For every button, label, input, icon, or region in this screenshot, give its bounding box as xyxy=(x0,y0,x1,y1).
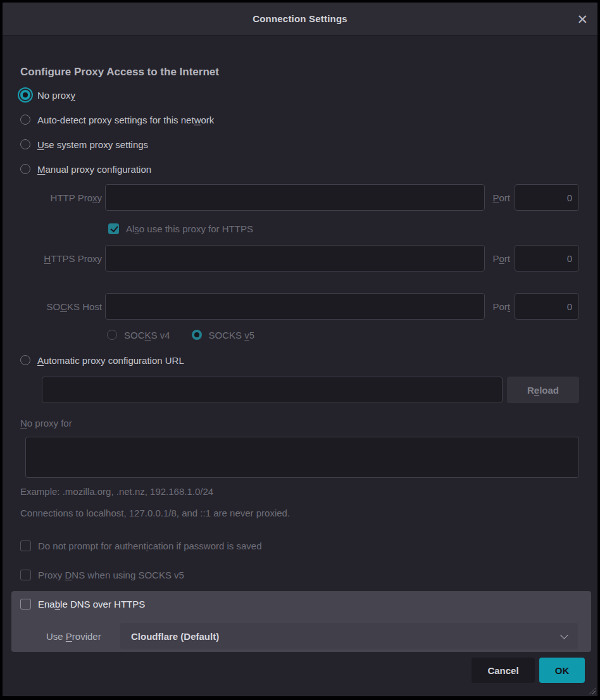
radio-manual-proxy-control[interactable] xyxy=(20,164,30,174)
no-proxy-for-label: No proxy for xyxy=(20,418,579,430)
enable-doh-checkbox-row[interactable]: Enable DNS over HTTPS xyxy=(20,597,578,611)
socks-host-label: SOCKS Host xyxy=(20,301,105,312)
radio-auto-detect-control[interactable] xyxy=(20,115,30,125)
enable-doh-label: Enable DNS over HTTPS xyxy=(38,599,145,609)
no-prompt-auth-checkbox-row[interactable]: Do not prompt for authentication if pass… xyxy=(20,539,579,553)
radio-auto-detect[interactable]: Auto-detect proxy settings for this netw… xyxy=(20,111,579,128)
radio-socks-v5-control[interactable] xyxy=(192,330,202,340)
radio-no-proxy-control[interactable] xyxy=(20,90,30,100)
radio-no-proxy[interactable]: No proxy xyxy=(20,87,579,103)
radio-manual-proxy[interactable]: Manual proxy configuration xyxy=(20,161,579,177)
radio-auto-detect-label: Auto-detect proxy settings for this netw… xyxy=(37,115,214,125)
close-icon[interactable]: ✕ xyxy=(577,12,588,25)
provider-dropdown-value: Cloudflare (Default) xyxy=(131,631,219,642)
https-port-input[interactable] xyxy=(515,245,579,272)
radio-auto-config-url-control[interactable] xyxy=(20,355,30,365)
cancel-button[interactable]: Cancel xyxy=(472,658,535,683)
also-https-label: Also use this proxy for HTTPS xyxy=(126,223,253,234)
radio-socks-v4-control[interactable] xyxy=(107,330,117,340)
http-port-label: Port xyxy=(485,192,515,203)
ok-button[interactable]: OK xyxy=(539,658,585,683)
https-port-label: Port xyxy=(485,253,515,264)
screenshot-root: { "window": { "title": "Connection Setti… xyxy=(0,0,600,700)
localhost-note-text: Connections to localhost, 127.0.0.1/8, a… xyxy=(20,508,579,520)
page-title: Configure Proxy Access to the Internet xyxy=(20,66,579,78)
no-prompt-auth-label: Do not prompt for authentication if pass… xyxy=(38,541,262,551)
dns-over-https-panel: Enable DNS over HTTPS Use Provider Cloud… xyxy=(11,591,591,652)
dialog-titlebar: Connection Settings ✕ xyxy=(3,3,597,35)
radio-manual-proxy-label: Manual proxy configuration xyxy=(37,164,151,175)
radio-no-proxy-label: No proxy xyxy=(37,90,75,101)
radio-auto-config-url[interactable]: Automatic proxy configuration URL xyxy=(20,352,579,368)
auto-config-url-input[interactable] xyxy=(42,377,503,403)
radio-auto-config-url-label: Automatic proxy configuration URL xyxy=(37,355,184,366)
dialog-footer: Cancel OK xyxy=(3,652,597,683)
radio-socks-v5-label: SOCKS v5 xyxy=(209,330,255,341)
socks-port-input[interactable] xyxy=(515,293,579,320)
dialog-content: Configure Proxy Access to the Internet N… xyxy=(3,35,597,652)
proxy-mode-radio-group: No proxy Auto-detect proxy settings for … xyxy=(20,87,579,177)
proxy-dns-checkbox-row[interactable]: Proxy DNS when using SOCKS v5 xyxy=(20,568,579,582)
radio-system-proxy[interactable]: Use system proxy settings xyxy=(20,136,579,153)
also-https-checkbox[interactable] xyxy=(108,223,119,234)
http-proxy-input[interactable] xyxy=(105,184,485,211)
connection-settings-dialog: Connection Settings ✕ Configure Proxy Ac… xyxy=(3,3,597,696)
http-proxy-row: HTTP Proxy Port xyxy=(20,184,579,211)
http-port-input[interactable] xyxy=(515,184,579,211)
auto-config-url-row: Reload xyxy=(42,377,579,403)
http-proxy-label: HTTP Proxy xyxy=(20,192,105,203)
no-proxy-for-textarea[interactable] xyxy=(25,437,579,478)
https-proxy-row: HTTPS Proxy Port xyxy=(20,245,579,272)
socks-version-radio-group: SOCKS v4 SOCKS v5 xyxy=(107,328,579,342)
proxy-dns-label: Proxy DNS when using SOCKS v5 xyxy=(38,570,184,580)
reload-button[interactable]: Reload xyxy=(507,377,579,403)
radio-system-proxy-control[interactable] xyxy=(20,139,30,149)
https-proxy-label: HTTPS Proxy xyxy=(20,253,105,264)
proxy-dns-checkbox[interactable] xyxy=(20,570,31,580)
dialog-title: Connection Settings xyxy=(253,13,347,24)
socks-host-input[interactable] xyxy=(105,293,485,320)
radio-socks-v4-label: SOCKS v4 xyxy=(124,330,170,341)
no-prompt-auth-checkbox[interactable] xyxy=(20,541,31,551)
provider-dropdown[interactable]: Cloudflare (Default) xyxy=(120,623,578,649)
doh-provider-row: Use Provider Cloudflare (Default) xyxy=(46,623,578,649)
enable-doh-checkbox[interactable] xyxy=(20,599,31,609)
socks-host-row: SOCKS Host Port xyxy=(20,293,579,320)
no-proxy-example-text: Example: .mozilla.org, .net.nz, 192.168.… xyxy=(20,486,579,498)
chevron-down-icon xyxy=(560,631,568,639)
radio-system-proxy-label: Use system proxy settings xyxy=(37,139,148,150)
also-https-checkbox-row[interactable]: Also use this proxy for HTTPS xyxy=(108,222,579,235)
resize-grip[interactable] xyxy=(587,686,596,694)
use-provider-label: Use Provider xyxy=(46,631,120,642)
https-proxy-input[interactable] xyxy=(105,245,485,272)
socks-port-label: Port xyxy=(485,301,515,312)
